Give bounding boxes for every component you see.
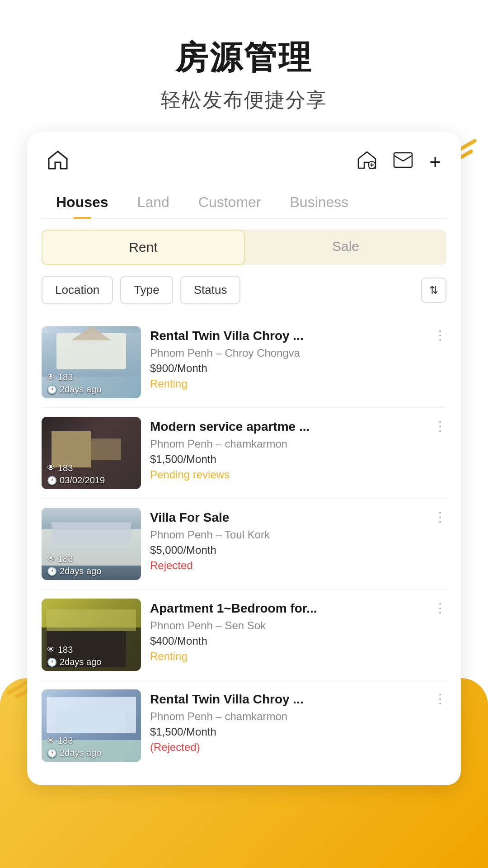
listing-item: 👁 183 🕐 2days ago Villa For Sale ⋮ <box>42 499 446 590</box>
listing-views-5: 👁 183 <box>47 736 136 746</box>
add-icon[interactable]: + <box>429 152 441 172</box>
sale-toggle-button[interactable]: Sale <box>245 230 446 265</box>
listing-info-1: Rental Twin Villa Chroy ... ⋮ Phnom Penh… <box>150 326 446 398</box>
views-icon: 👁 <box>47 373 55 382</box>
listing-info-2: Modern service apartme ... ⋮ Phnom Penh … <box>150 417 446 489</box>
listing-time-3: 🕐 2days ago <box>47 566 136 576</box>
clock-icon: 🕐 <box>47 476 57 486</box>
clock-icon: 🕐 <box>47 748 57 758</box>
listing-title-2: Modern service apartme ... <box>150 419 430 435</box>
listing-views-1: 👁 183 <box>47 372 136 382</box>
listing-price-2: $1,500/Month <box>150 453 446 466</box>
svg-rect-3 <box>394 153 412 167</box>
listing-status-1: Renting <box>150 377 446 390</box>
clock-icon: 🕐 <box>47 657 57 667</box>
listing-time-1: 🕐 2days ago <box>47 384 136 395</box>
status-filter-button[interactable]: Status <box>180 276 241 304</box>
listing-item: 👁 183 🕐 2days ago Rental Twin Villa Chro… <box>42 680 446 771</box>
listing-info-4: Apartment 1~Bedroom for... ⋮ Phnom Penh … <box>150 599 446 671</box>
listing-location-4: Phnom Penh – Sen Sok <box>150 619 446 632</box>
sort-icon: ⇅ <box>429 284 438 297</box>
listing-image-2: 👁 183 🕐 03/02/2019 <box>42 417 141 489</box>
listing-image-4: 👁 183 🕐 2days ago <box>42 599 141 671</box>
listing-status-2: Pending reviews <box>150 468 446 481</box>
listing-time-2: 🕐 03/02/2019 <box>47 475 136 486</box>
clock-icon: 🕐 <box>47 566 57 576</box>
listing-more-button-1[interactable]: ⋮ <box>430 328 446 343</box>
listings-container: 👁 183 🕐 2days ago Rental Twin Villa Chro… <box>42 317 446 771</box>
tab-navigation: Houses Land Customer Business <box>42 185 446 219</box>
house-add-icon[interactable] <box>357 150 377 174</box>
listing-location-3: Phnom Penh – Toul Kork <box>150 528 446 541</box>
type-filter-button[interactable]: Type <box>120 276 173 304</box>
listing-status-3: Rejected <box>150 559 446 572</box>
listing-title-3: Villa For Sale <box>150 509 430 526</box>
listing-more-button-4[interactable]: ⋮ <box>430 600 446 615</box>
home-icon[interactable] <box>47 150 69 174</box>
listing-location-5: Phnom Penh – chamkarmon <box>150 710 446 723</box>
listing-price-4: $400/Month <box>150 635 446 647</box>
listing-more-button-5[interactable]: ⋮ <box>430 691 446 706</box>
clock-icon: 🕐 <box>47 385 57 395</box>
rent-toggle-button[interactable]: Rent <box>42 230 245 265</box>
listing-image-5: 👁 183 🕐 2days ago <box>42 689 141 762</box>
rent-sale-toggle: Rent Sale <box>42 230 446 265</box>
listing-title-4: Apartment 1~Bedroom for... <box>150 600 430 617</box>
listing-status-5: (Rejected) <box>150 741 446 754</box>
listing-more-button-3[interactable]: ⋮ <box>430 509 446 524</box>
tab-customer[interactable]: Customer <box>184 189 276 218</box>
listing-status-4: Renting <box>150 650 446 663</box>
listing-price-5: $1,500/Month <box>150 726 446 738</box>
listing-item: 👁 183 🕐 03/02/2019 Modern service apartm… <box>42 408 446 499</box>
location-filter-button[interactable]: Location <box>42 276 113 304</box>
mail-icon[interactable] <box>393 152 413 172</box>
page-main-title: 房源管理 <box>0 36 488 80</box>
listing-location-1: Phnom Penh – Chroy Chongva <box>150 347 446 359</box>
filter-bar: Location Type Status ⇅ <box>42 276 446 304</box>
listing-info-3: Villa For Sale ⋮ Phnom Penh – Toul Kork … <box>150 508 446 580</box>
listing-time-5: 🕐 2days ago <box>47 748 136 758</box>
listing-price-3: $5,000/Month <box>150 544 446 557</box>
listing-title-5: Rental Twin Villa Chroy ... <box>150 691 430 708</box>
listing-views-3: 👁 183 <box>47 554 136 564</box>
listing-info-5: Rental Twin Villa Chroy ... ⋮ Phnom Penh… <box>150 689 446 762</box>
nav-right-icons: + <box>357 150 441 174</box>
views-icon: 👁 <box>47 463 55 473</box>
views-icon: 👁 <box>47 736 55 745</box>
app-navbar: + <box>42 146 446 185</box>
sort-button[interactable]: ⇅ <box>421 278 446 303</box>
page-sub-title: 轻松发布便捷分享 <box>0 87 488 113</box>
listing-title-1: Rental Twin Villa Chroy ... <box>150 328 430 344</box>
listing-views-4: 👁 183 <box>47 645 136 655</box>
listing-more-button-2[interactable]: ⋮ <box>430 419 446 434</box>
tab-houses[interactable]: Houses <box>42 189 123 218</box>
views-icon: 👁 <box>47 554 55 564</box>
listing-price-1: $900/Month <box>150 362 446 375</box>
listing-item: 👁 183 🕐 2days ago Apartment 1~Bedroom fo… <box>42 590 446 680</box>
app-card: + Houses Land Customer Business Rent Sal… <box>27 132 461 785</box>
listing-time-4: 🕐 2days ago <box>47 657 136 667</box>
listing-location-2: Phnom Penh – chamkarmon <box>150 438 446 450</box>
listing-image-3: 👁 183 🕐 2days ago <box>42 508 141 580</box>
listing-views-2: 👁 183 <box>47 463 136 473</box>
tab-land[interactable]: Land <box>123 189 184 218</box>
views-icon: 👁 <box>47 645 55 655</box>
tab-business[interactable]: Business <box>275 189 363 218</box>
listing-item: 👁 183 🕐 2days ago Rental Twin Villa Chro… <box>42 317 446 408</box>
listing-image-1: 👁 183 🕐 2days ago <box>42 326 141 398</box>
